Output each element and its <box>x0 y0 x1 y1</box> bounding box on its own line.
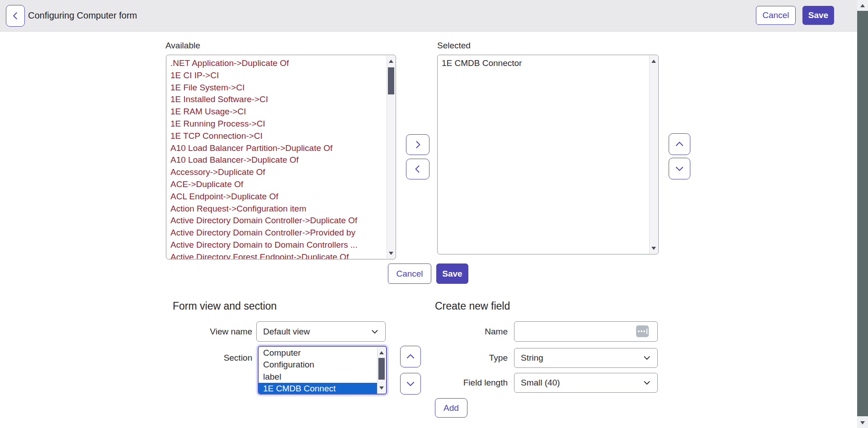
field-length-value: Small (40) <box>521 378 560 388</box>
scroll-up-button[interactable] <box>650 56 658 66</box>
slush-save-button[interactable]: Save <box>436 263 468 284</box>
scroll-up-button[interactable] <box>387 56 395 66</box>
header-cancel-button[interactable]: Cancel <box>756 6 796 25</box>
selected-listbox[interactable]: 1E CMDB Connector <box>437 55 659 254</box>
chevron-down-icon <box>643 354 651 362</box>
section-listbox[interactable]: ComputerConfigurationlabel1E CMDB Connec… <box>258 346 387 395</box>
triangle-down-icon <box>651 247 656 250</box>
configure-form-page: Configuring Computer form Cancel Save Av… <box>0 0 868 428</box>
selected-list-item[interactable]: 1E CMDB Connector <box>438 57 649 70</box>
move-to-available-button[interactable] <box>406 159 429 179</box>
available-list-item[interactable]: Active Directory Forest Endpoint->Duplic… <box>166 251 387 259</box>
view-name-value: Default view <box>263 327 310 337</box>
chevron-left-icon <box>413 165 422 174</box>
available-list-item[interactable]: 1E RAM Usage->CI <box>166 106 387 118</box>
selected-move-up-button[interactable] <box>669 133 690 155</box>
triangle-up-icon <box>651 60 656 63</box>
available-list-item[interactable]: ACE->Duplicate Of <box>166 179 387 191</box>
scroll-down-button[interactable] <box>650 244 658 253</box>
available-list-item[interactable]: A10 Load Balancer Partition->Duplicate O… <box>166 142 387 155</box>
header-save-button[interactable]: Save <box>802 6 834 25</box>
chevron-down-icon <box>675 164 684 174</box>
type-label: Type <box>405 348 508 368</box>
triangle-down-icon <box>389 252 393 255</box>
add-field-button[interactable]: Add <box>435 398 467 418</box>
triangle-up-icon <box>389 60 393 63</box>
triangle-up-icon <box>379 351 384 354</box>
chevron-left-icon <box>11 11 19 20</box>
available-list: .NET Application->Duplicate Of1E CI IP->… <box>166 57 387 259</box>
available-list-item[interactable]: 1E TCP Connection->CI <box>166 130 387 142</box>
section-list-item[interactable]: Configuration <box>259 359 377 371</box>
available-list-item[interactable]: Active Directory Domain Controller->Dupl… <box>166 215 387 227</box>
available-list-item[interactable]: .NET Application->Duplicate Of <box>166 57 387 70</box>
available-list-item[interactable]: 1E Installed Software->CI <box>166 94 387 106</box>
available-list-item[interactable]: 1E File System->CI <box>166 82 387 94</box>
available-scrollbar[interactable] <box>387 56 395 259</box>
selected-move-down-button[interactable] <box>669 158 690 179</box>
selected-scrollbar[interactable] <box>649 56 658 254</box>
scrollbar-thumb[interactable] <box>388 67 394 94</box>
page-scrollbar[interactable] <box>857 0 868 428</box>
triangle-up-icon <box>860 4 865 7</box>
type-select[interactable]: String <box>514 348 658 368</box>
form-view-heading: Form view and section <box>173 300 277 312</box>
section-label: Section <box>149 348 252 368</box>
section-list: ComputerConfigurationlabel1E CMDB Connec… <box>259 347 377 394</box>
chevron-up-icon <box>675 139 684 149</box>
section-list-item[interactable]: Computer <box>259 347 377 359</box>
text-cursor-icon <box>636 325 649 337</box>
scroll-up-button[interactable] <box>377 348 386 357</box>
selected-list: 1E CMDB Connector <box>438 57 649 254</box>
section-list-item[interactable]: label <box>259 371 377 383</box>
chevron-down-icon <box>371 328 379 336</box>
page-scrollbar-thumb[interactable] <box>857 11 868 416</box>
available-list-item[interactable]: Active Directory Domain Controller->Prov… <box>166 227 387 239</box>
selected-label: Selected <box>437 41 471 51</box>
scroll-down-button[interactable] <box>377 383 386 392</box>
available-list-item[interactable]: A10 Load Balancer->Duplicate Of <box>166 154 387 166</box>
available-listbox[interactable]: .NET Application->Duplicate Of1E CI IP->… <box>166 55 396 259</box>
view-name-select[interactable]: Default view <box>256 321 386 342</box>
move-to-selected-button[interactable] <box>406 134 429 155</box>
scroll-down-button[interactable] <box>387 249 395 258</box>
available-list-item[interactable]: ACL Endpoint->Duplicate Of <box>166 191 387 203</box>
triangle-down-icon <box>379 386 384 390</box>
header-bar: Configuring Computer form Cancel Save <box>0 0 868 32</box>
field-length-label: Field length <box>405 373 508 393</box>
type-value: String <box>521 353 543 363</box>
available-list-item[interactable]: 1E Running Process->CI <box>166 118 387 130</box>
available-label: Available <box>165 41 200 51</box>
triangle-down-icon <box>860 421 865 424</box>
page-title: Configuring Computer form <box>28 0 137 31</box>
available-list-item[interactable]: Action Request->Configuration item <box>166 203 387 215</box>
page-scroll-up-button[interactable] <box>857 0 868 11</box>
chevron-right-icon <box>413 140 422 149</box>
section-scrollbar[interactable] <box>377 347 386 393</box>
back-button[interactable] <box>6 5 25 27</box>
available-list-item[interactable]: Active Directory Domain to Domain Contro… <box>166 239 387 251</box>
available-list-item[interactable]: 1E CI IP->CI <box>166 70 387 82</box>
available-list-item[interactable]: Accessory->Duplicate Of <box>166 166 387 179</box>
scrollbar-thumb[interactable] <box>378 358 385 380</box>
page-scroll-down-button[interactable] <box>857 417 868 428</box>
view-name-label: View name <box>149 321 252 342</box>
name-label: Name <box>405 321 508 342</box>
chevron-down-icon <box>643 379 651 387</box>
section-list-item[interactable]: 1E CMDB Connect <box>259 383 377 394</box>
create-field-heading: Create new field <box>435 300 510 312</box>
field-length-select[interactable]: Small (40) <box>514 373 658 393</box>
slush-cancel-button[interactable]: Cancel <box>388 263 431 284</box>
